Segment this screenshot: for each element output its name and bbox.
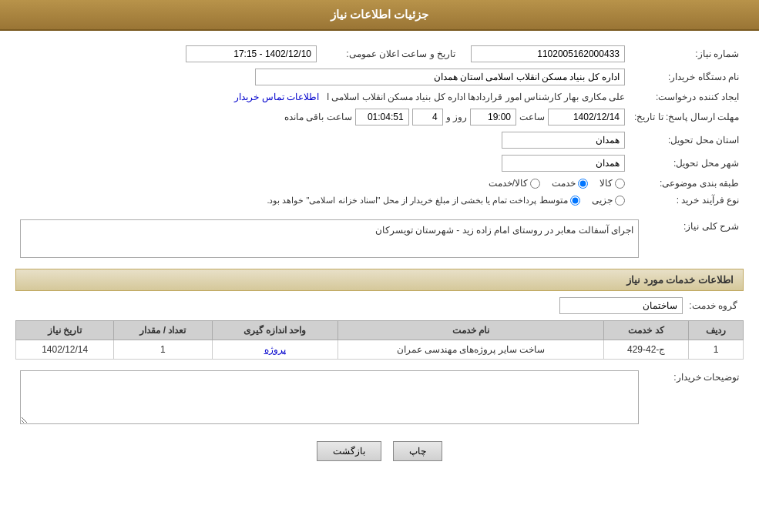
shomara-niaz-value bbox=[460, 42, 630, 65]
mohlat-mande-input[interactable] bbox=[355, 109, 409, 125]
tosifat-label: توضیحات خریدار: bbox=[643, 367, 744, 430]
table-row: نوع فرآیند خرید : جزیی متوسط bbox=[15, 192, 744, 209]
shomara-niaz-label: شماره نیاز: bbox=[630, 42, 744, 65]
noe-jozi-label: جزیی bbox=[592, 195, 613, 206]
nam-dastgah-input[interactable] bbox=[255, 69, 625, 85]
col-qty: تعداد / مقدار bbox=[114, 321, 212, 340]
mohlat-row: ساعت روز و ساعت باقی مانده bbox=[15, 105, 630, 129]
tabaqe-radio-group: کالا خدمت کالا/خدمت bbox=[20, 178, 625, 189]
table-row: نام دستگاه خریدار: bbox=[15, 65, 744, 89]
shahr-input[interactable] bbox=[502, 155, 625, 172]
page-header: جزئیات اطلاعات نیاز bbox=[0, 0, 759, 31]
tosifat-textarea[interactable] bbox=[20, 370, 639, 424]
tarikh-elan-input[interactable] bbox=[186, 45, 317, 62]
col-date: تاریخ نیاز bbox=[16, 321, 114, 340]
shahr-value bbox=[15, 152, 630, 175]
tarikh-elan-value bbox=[15, 42, 321, 65]
tabaqe-kala-khadamat: کالا/خدمت bbox=[489, 178, 540, 189]
ostan-label: استان محل تحویل: bbox=[630, 129, 744, 152]
col-code: کد خدمت bbox=[604, 321, 689, 340]
sharh-value: اجرای آسفالت معابر در روستای امام زاده ز… bbox=[15, 216, 643, 261]
ijad-text: علی مکاری بهار کارشناس امور قراردادها اد… bbox=[327, 92, 625, 102]
buttons-row: بازگشت چاپ bbox=[15, 441, 744, 461]
tabaqe-kala: کالا bbox=[599, 178, 625, 189]
tosifat-row: توضیحات خریدار: bbox=[15, 367, 744, 430]
services-header-row: ردیف کد خدمت نام خدمت واحد اندازه گیری ت… bbox=[16, 321, 744, 340]
services-table-head: ردیف کد خدمت نام خدمت واحد اندازه گیری ت… bbox=[16, 321, 744, 340]
nam-dastgah-label: نام دستگاه خریدار: bbox=[630, 65, 744, 89]
services-table: ردیف کد خدمت نام خدمت واحد اندازه گیری ت… bbox=[15, 320, 744, 360]
shahr-label: شهر محل تحویل: bbox=[630, 152, 744, 175]
cell-radif: 1 bbox=[688, 340, 743, 360]
tabaqe-label: طبقه بندی موضوعی: bbox=[630, 175, 744, 192]
table-row: ایجاد کننده درخواست: علی مکاری بهار کارش… bbox=[15, 89, 744, 105]
tabaqe-kala-radio[interactable] bbox=[615, 179, 625, 189]
page-wrapper: جزئیات اطلاعات نیاز شماره نیاز: تاریخ و … bbox=[0, 0, 759, 532]
mohlat-rooz-input[interactable] bbox=[412, 109, 443, 125]
grohe-khadamat-input[interactable] bbox=[559, 297, 683, 314]
table-row: 1 ج-42-429 ساخت سایر پروژه‌های مهندسی عم… bbox=[16, 340, 744, 360]
info-table: شماره نیاز: تاریخ و ساعت اعلان عمومی: نا… bbox=[15, 42, 744, 209]
table-row: مهلت ارسال پاسخ: تا تاریخ: ساعت روز و سا… bbox=[15, 105, 744, 129]
noe-jozi-radio[interactable] bbox=[615, 196, 625, 206]
cell-name: ساخت سایر پروژه‌های مهندسی عمران bbox=[338, 340, 604, 360]
ostan-input[interactable] bbox=[502, 132, 625, 149]
table-row: استان محل تحویل: bbox=[15, 129, 744, 152]
mohlat-date-input[interactable] bbox=[548, 109, 625, 125]
noe-motevaset-label: متوسط bbox=[539, 195, 568, 206]
back-button[interactable]: بازگشت bbox=[317, 441, 381, 461]
sharh-row: شرح کلی نیاز: اجرای آسفالت معابر در روست… bbox=[15, 216, 744, 261]
content-area: شماره نیاز: تاریخ و ساعت اعلان عمومی: نا… bbox=[0, 31, 759, 480]
mohlat-rooz-label: روز و bbox=[446, 112, 467, 122]
tabaqe-kala-khadamat-radio[interactable] bbox=[530, 179, 540, 189]
sharh-box: اجرای آسفالت معابر در روستای امام زاده ز… bbox=[20, 219, 639, 258]
services-table-body: 1 ج-42-429 ساخت سایر پروژه‌های مهندسی عم… bbox=[16, 340, 744, 360]
page-title: جزئیات اطلاعات نیاز bbox=[331, 8, 428, 21]
cell-code: ج-42-429 bbox=[604, 340, 689, 360]
sharh-table: شرح کلی نیاز: اجرای آسفالت معابر در روست… bbox=[15, 216, 744, 261]
ijad-link[interactable]: اطلاعات تماس خریدار bbox=[234, 92, 319, 102]
noe-farayand-value: جزیی متوسط پرداخت تمام یا بخشی از مبلغ خ… bbox=[15, 192, 630, 209]
cell-date: 1402/12/14 bbox=[16, 340, 114, 360]
sharh-text: اجرای آسفالت معابر در روستای امام زاده ز… bbox=[375, 225, 633, 236]
noe-farayand-label: نوع فرآیند خرید : bbox=[630, 192, 744, 209]
noe-farayand-note: پرداخت تمام یا بخشی از مبلغ خریدار از مح… bbox=[267, 196, 536, 206]
mohlat-saat-label: ساعت bbox=[519, 112, 545, 122]
col-radif: ردیف bbox=[688, 321, 743, 340]
tosifat-value bbox=[15, 367, 643, 430]
unit-link[interactable]: پروژه bbox=[264, 344, 286, 355]
col-name: نام خدمت bbox=[338, 321, 604, 340]
noe-farayand-inline: جزیی متوسط پرداخت تمام یا بخشی از مبلغ خ… bbox=[20, 195, 625, 206]
tabaqe-khadamat: خدمت bbox=[552, 178, 588, 189]
noe-jozi: جزیی bbox=[592, 195, 625, 206]
sharh-label: شرح کلی نیاز: bbox=[643, 216, 744, 261]
tabaqe-khadamat-radio[interactable] bbox=[578, 179, 588, 189]
noe-farayand-radio-group: جزیی متوسط bbox=[539, 195, 625, 206]
mohlat-saat-input[interactable] bbox=[470, 109, 516, 125]
services-section-header: اطلاعات خدمات مورد نیاز bbox=[15, 269, 744, 291]
cell-qty: 1 bbox=[114, 340, 212, 360]
table-row: شهر محل تحویل: bbox=[15, 152, 744, 175]
col-unit: واحد اندازه گیری bbox=[212, 321, 338, 340]
tabaqe-kala-label: کالا bbox=[599, 178, 613, 189]
table-row: شماره نیاز: تاریخ و ساعت اعلان عمومی: bbox=[15, 42, 744, 65]
grohe-khadamat-label: گروه خدمت: bbox=[689, 300, 744, 311]
mohlat-mande-label: ساعت باقی مانده bbox=[284, 112, 352, 122]
table-row: طبقه بندی موضوعی: کالا خدمت bbox=[15, 175, 744, 192]
ijad-value: علی مکاری بهار کارشناس امور قراردادها اد… bbox=[15, 89, 630, 105]
shomara-niaz-input[interactable] bbox=[471, 45, 625, 62]
mohlat-inline: ساعت روز و ساعت باقی مانده bbox=[20, 109, 625, 125]
tabaqe-khadamat-label: خدمت bbox=[552, 178, 576, 189]
nam-dastgah-value bbox=[15, 65, 630, 89]
mohlat-label: مهلت ارسال پاسخ: تا تاریخ: bbox=[630, 105, 744, 129]
noe-motevaset-radio[interactable] bbox=[570, 196, 580, 206]
cell-unit: پروژه bbox=[212, 340, 338, 360]
tosifat-table: توضیحات خریدار: bbox=[15, 367, 744, 430]
ostan-value bbox=[15, 129, 630, 152]
tabaqe-value: کالا خدمت کالا/خدمت bbox=[15, 175, 630, 192]
grohe-row: گروه خدمت: bbox=[15, 297, 744, 314]
tabaqe-kala-khadamat-label: کالا/خدمت bbox=[489, 178, 528, 189]
noe-motevaset: متوسط bbox=[539, 195, 580, 206]
print-button[interactable]: چاپ bbox=[393, 441, 442, 461]
ijad-label: ایجاد کننده درخواست: bbox=[630, 89, 744, 105]
